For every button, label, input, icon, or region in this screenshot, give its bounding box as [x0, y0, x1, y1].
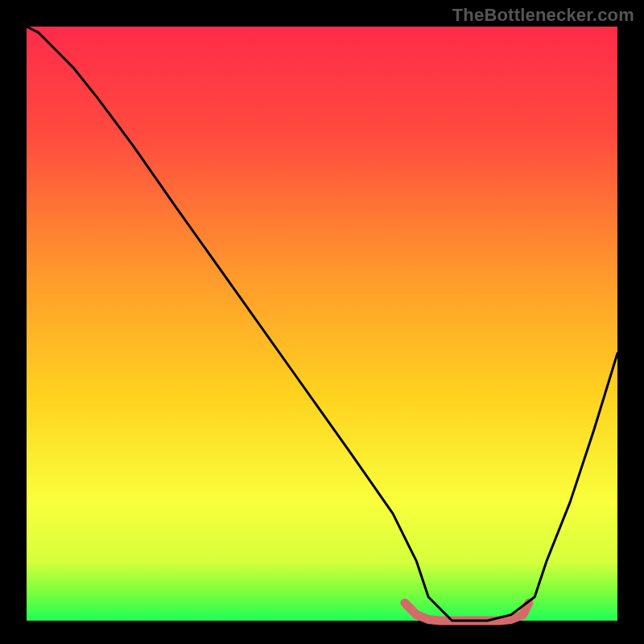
chart-svg: [0, 0, 644, 644]
watermark-text: TheBottlenecker.com: [452, 5, 634, 26]
chart-frame: TheBottlenecker.com: [0, 0, 644, 644]
chart-background: [27, 27, 617, 621]
